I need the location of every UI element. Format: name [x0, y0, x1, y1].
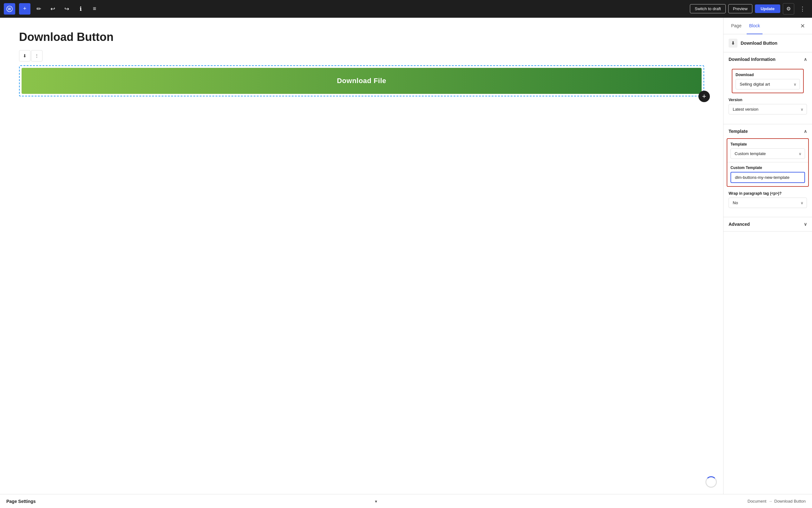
template-select[interactable]: Custom template — [731, 149, 805, 159]
add-block-button[interactable]: + — [19, 3, 31, 14]
breadcrumb: Document → Download Button — [747, 499, 806, 504]
toolbar: W + ✏ ↩ ↪ ℹ ≡ Switch to draft Preview Up… — [0, 0, 812, 18]
redo-button[interactable]: ↪ — [61, 3, 72, 14]
wrap-select[interactable]: No Yes — [729, 198, 807, 208]
switch-to-draft-button[interactable]: Switch to draft — [690, 4, 725, 13]
tab-block[interactable]: Block — [747, 18, 763, 34]
block-type-badge: ⬇ — [729, 39, 737, 48]
custom-template-field-label: Custom Template — [730, 166, 805, 170]
main-layout: Download Button ⬇ ⋮ Download File + Page… — [0, 18, 812, 494]
download-information-chevron: ∧ — [804, 57, 807, 62]
page-title: Download Button — [19, 31, 704, 44]
settings-gear-button[interactable]: ⚙ — [783, 3, 794, 14]
pencil-icon[interactable]: ✏ — [33, 3, 44, 14]
block-type-icon[interactable]: ⬇ — [19, 50, 31, 61]
template-bordered-group: Template Custom template ∨ Custom Templa… — [727, 138, 809, 187]
breadcrumb-separator: → — [768, 499, 772, 504]
list-view-button[interactable]: ≡ — [89, 3, 100, 14]
block-identifier-label: Download Button — [741, 41, 777, 46]
info-icon[interactable]: ℹ — [75, 3, 86, 14]
undo-button[interactable]: ↩ — [47, 3, 58, 14]
sidebar-close-button[interactable]: ✕ — [798, 22, 807, 31]
preview-button[interactable]: Preview — [728, 4, 753, 13]
download-information-header[interactable]: Download Information ∧ — [724, 52, 812, 66]
wp-logo[interactable]: W — [4, 3, 15, 14]
download-field-group: Download Selling digital art ∨ — [732, 70, 803, 93]
page-settings-label: Page Settings — [6, 499, 373, 504]
download-select-wrapper: Selling digital art ∨ — [736, 79, 800, 89]
advanced-section-title: Advanced — [729, 222, 750, 227]
download-information-content: Download Selling digital art ∨ Version — [724, 66, 812, 124]
version-select-wrapper: Latest version ∨ — [729, 104, 807, 115]
version-field-label: Version — [729, 98, 807, 102]
template-section-chevron: ∧ — [804, 129, 807, 134]
svg-text:W: W — [8, 7, 11, 11]
wrap-field-label: Wrap in paragraph tag (<p>)? — [729, 191, 807, 196]
version-select[interactable]: Latest version — [729, 104, 807, 114]
editor-area: Download Button ⬇ ⋮ Download File + — [0, 18, 723, 494]
download-field-label: Download — [736, 73, 800, 77]
bottom-bar: Page Settings ▾ Document → Download Butt… — [0, 494, 812, 508]
block-options-button[interactable]: ⋮ — [31, 50, 42, 61]
breadcrumb-document: Document — [747, 499, 766, 504]
block-toolbar: ⬇ ⋮ — [19, 50, 704, 61]
advanced-section: Advanced ∨ — [724, 217, 812, 231]
block-wrapper: Download File + — [19, 65, 704, 96]
custom-template-field-group: Custom Template — [727, 162, 808, 186]
add-after-block-button[interactable]: + — [698, 91, 710, 102]
template-section-header[interactable]: Template ∧ — [724, 124, 812, 138]
advanced-section-header[interactable]: Advanced ∨ — [724, 217, 812, 231]
template-section-content: Template Custom template ∨ Custom Templa… — [724, 138, 812, 217]
download-select[interactable]: Selling digital art — [736, 79, 800, 89]
sidebar-tabs: Page Block ✕ — [724, 18, 812, 34]
download-file-button[interactable]: Download File — [22, 68, 702, 94]
breadcrumb-current: Download Button — [774, 499, 806, 504]
template-field-label: Template — [730, 142, 805, 146]
download-information-title: Download Information — [729, 57, 775, 62]
page-settings-chevron[interactable]: ▾ — [375, 499, 377, 504]
block-identifier: ⬇ Download Button — [724, 34, 812, 52]
more-options-button[interactable]: ⋮ — [797, 3, 808, 14]
wrap-field-group: Wrap in paragraph tag (<p>)? No Yes ∨ — [724, 191, 812, 208]
advanced-section-chevron: ∨ — [804, 222, 807, 227]
custom-template-input[interactable] — [730, 172, 805, 183]
update-button[interactable]: Update — [755, 4, 780, 13]
wrap-select-wrapper: No Yes ∨ — [729, 198, 807, 208]
right-sidebar: Page Block ✕ ⬇ Download Button Download … — [723, 18, 812, 494]
download-info-bordered-group: Download Selling digital art ∨ — [732, 69, 804, 93]
template-section-title: Template — [729, 129, 747, 134]
template-section: Template ∧ Template Custom template ∨ — [724, 124, 812, 217]
template-select-wrapper: Custom template ∨ — [730, 149, 805, 159]
version-field-group: Version Latest version ∨ — [729, 98, 807, 115]
download-information-section: Download Information ∧ Download Selling … — [724, 52, 812, 124]
tab-page[interactable]: Page — [729, 18, 744, 34]
template-field-group: Template Custom template ∨ — [727, 139, 808, 162]
loading-indicator — [705, 476, 717, 488]
